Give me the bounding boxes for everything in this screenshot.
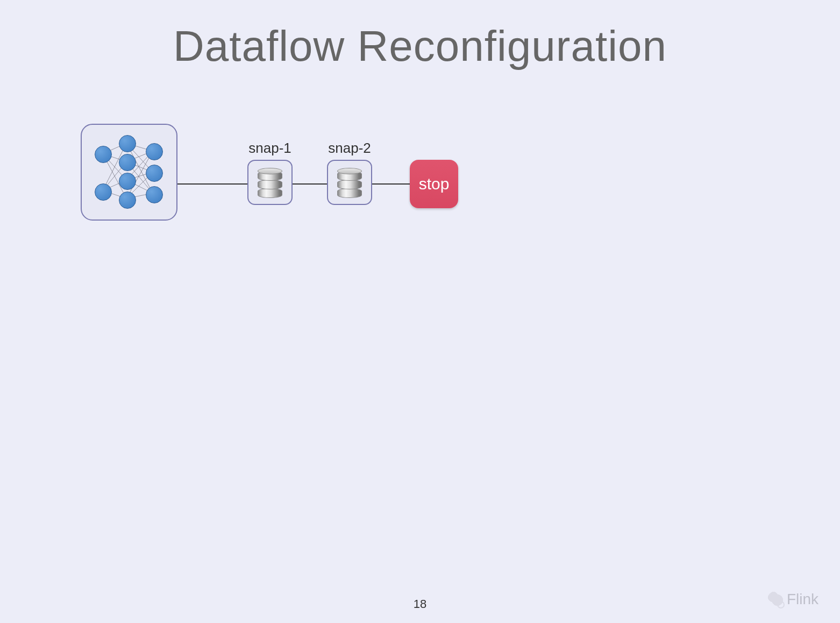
- snapshot-2-label: snap-2: [328, 140, 371, 157]
- dataflow-graph-box: [81, 124, 177, 221]
- snapshot-1-box: [247, 160, 293, 205]
- watermark-text: Flink: [787, 591, 818, 608]
- page-number: 18: [0, 597, 840, 611]
- wechat-icon: [767, 591, 784, 607]
- connector-line: [293, 183, 327, 185]
- snapshot-1-group: snap-1: [247, 140, 293, 205]
- snapshot-2-group: snap-2: [327, 140, 372, 205]
- connector-line: [177, 183, 247, 185]
- database-icon: [258, 168, 282, 197]
- network-graph-icon: [82, 125, 176, 220]
- snapshot-1-label: snap-1: [248, 140, 291, 157]
- snapshot-2-box: [327, 160, 372, 205]
- connector-line: [372, 183, 410, 185]
- stop-button[interactable]: stop: [410, 160, 458, 208]
- diagram-row: snap-1 snap-2 stop: [81, 124, 458, 221]
- watermark: Flink: [767, 591, 818, 608]
- database-icon: [337, 168, 362, 197]
- slide-title: Dataflow Reconfiguration: [0, 22, 840, 71]
